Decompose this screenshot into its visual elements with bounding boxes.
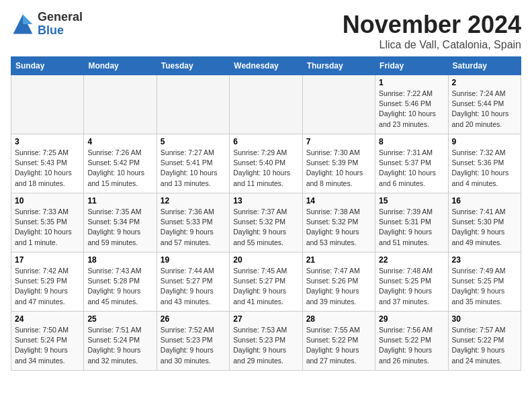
logo: General Blue xyxy=(11,11,83,38)
day-number: 2 xyxy=(452,78,517,87)
calendar-cell: 1Sunrise: 7:22 AMSunset: 5:46 PMDaylight… xyxy=(375,75,448,134)
day-info: Sunrise: 7:45 AMSunset: 5:27 PMDaylight:… xyxy=(233,266,298,307)
calendar-cell: 5Sunrise: 7:27 AMSunset: 5:41 PMDaylight… xyxy=(157,134,229,193)
calendar-week-row: 3Sunrise: 7:25 AMSunset: 5:43 PMDaylight… xyxy=(11,134,521,193)
day-number: 5 xyxy=(161,137,226,146)
calendar-cell: 17Sunrise: 7:42 AMSunset: 5:29 PMDayligh… xyxy=(11,253,84,312)
calendar-week-row: 17Sunrise: 7:42 AMSunset: 5:29 PMDayligh… xyxy=(11,253,521,312)
svg-marker-1 xyxy=(23,14,32,24)
day-number: 4 xyxy=(87,137,152,146)
calendar-cell: 13Sunrise: 7:37 AMSunset: 5:32 PMDayligh… xyxy=(230,193,302,253)
day-info: Sunrise: 7:57 AMSunset: 5:22 PMDaylight:… xyxy=(452,325,517,366)
day-number: 17 xyxy=(15,255,80,265)
day-info: Sunrise: 7:51 AMSunset: 5:24 PMDaylight:… xyxy=(87,325,152,366)
day-number: 22 xyxy=(379,255,444,265)
day-number: 20 xyxy=(233,255,298,265)
calendar-cell: 28Sunrise: 7:55 AMSunset: 5:22 PMDayligh… xyxy=(302,312,375,371)
calendar-cell: 4Sunrise: 7:26 AMSunset: 5:42 PMDaylight… xyxy=(84,134,157,193)
calendar-cell: 15Sunrise: 7:39 AMSunset: 5:31 PMDayligh… xyxy=(375,193,448,253)
day-number: 21 xyxy=(306,255,371,265)
calendar-cell: 19Sunrise: 7:44 AMSunset: 5:27 PMDayligh… xyxy=(157,253,229,312)
logo-icon xyxy=(11,12,35,36)
calendar-cell xyxy=(230,75,302,134)
day-number: 30 xyxy=(452,314,517,324)
day-info: Sunrise: 7:50 AMSunset: 5:24 PMDaylight:… xyxy=(15,325,80,366)
month-title: November 2024 xyxy=(343,11,521,39)
day-info: Sunrise: 7:44 AMSunset: 5:27 PMDaylight:… xyxy=(161,266,226,307)
calendar-cell: 10Sunrise: 7:33 AMSunset: 5:35 PMDayligh… xyxy=(11,193,84,253)
calendar-cell: 8Sunrise: 7:31 AMSunset: 5:37 PMDaylight… xyxy=(375,134,448,193)
page-header: General Blue November 2024 Llica de Vall… xyxy=(11,11,521,51)
calendar-header-row: SundayMondayTuesdayWednesdayThursdayFrid… xyxy=(11,57,521,75)
day-number: 12 xyxy=(161,196,226,205)
day-info: Sunrise: 7:31 AMSunset: 5:37 PMDaylight:… xyxy=(379,148,444,189)
calendar-day-header: Saturday xyxy=(448,57,521,75)
calendar-cell: 22Sunrise: 7:48 AMSunset: 5:25 PMDayligh… xyxy=(375,253,448,312)
day-number: 14 xyxy=(306,196,371,205)
calendar-cell xyxy=(157,75,229,134)
day-number: 9 xyxy=(452,137,517,146)
day-number: 23 xyxy=(452,255,517,265)
calendar-day-header: Wednesday xyxy=(230,57,302,75)
day-info: Sunrise: 7:55 AMSunset: 5:22 PMDaylight:… xyxy=(306,325,371,366)
day-info: Sunrise: 7:26 AMSunset: 5:42 PMDaylight:… xyxy=(87,148,152,189)
calendar-cell xyxy=(84,75,157,134)
calendar-cell: 20Sunrise: 7:45 AMSunset: 5:27 PMDayligh… xyxy=(230,253,302,312)
day-info: Sunrise: 7:32 AMSunset: 5:36 PMDaylight:… xyxy=(452,148,517,189)
calendar-cell: 30Sunrise: 7:57 AMSunset: 5:22 PMDayligh… xyxy=(448,312,521,371)
day-info: Sunrise: 7:39 AMSunset: 5:31 PMDaylight:… xyxy=(379,207,444,248)
day-number: 13 xyxy=(233,196,298,205)
day-number: 19 xyxy=(161,255,226,265)
day-info: Sunrise: 7:30 AMSunset: 5:39 PMDaylight:… xyxy=(306,148,371,189)
calendar-cell: 23Sunrise: 7:49 AMSunset: 5:25 PMDayligh… xyxy=(448,253,521,312)
day-number: 7 xyxy=(306,137,371,146)
day-info: Sunrise: 7:33 AMSunset: 5:35 PMDaylight:… xyxy=(15,207,80,248)
logo-text: General Blue xyxy=(38,11,83,38)
day-number: 27 xyxy=(233,314,298,324)
calendar-table: SundayMondayTuesdayWednesdayThursdayFrid… xyxy=(11,56,521,371)
calendar-week-row: 24Sunrise: 7:50 AMSunset: 5:24 PMDayligh… xyxy=(11,312,521,371)
day-number: 1 xyxy=(379,78,444,87)
day-number: 26 xyxy=(161,314,226,324)
calendar-cell xyxy=(302,75,375,134)
day-info: Sunrise: 7:25 AMSunset: 5:43 PMDaylight:… xyxy=(15,148,80,189)
day-number: 28 xyxy=(306,314,371,324)
day-info: Sunrise: 7:43 AMSunset: 5:28 PMDaylight:… xyxy=(87,266,152,307)
day-number: 11 xyxy=(87,196,152,205)
calendar-cell: 18Sunrise: 7:43 AMSunset: 5:28 PMDayligh… xyxy=(84,253,157,312)
calendar-body: 1Sunrise: 7:22 AMSunset: 5:46 PMDaylight… xyxy=(11,75,521,371)
day-number: 15 xyxy=(379,196,444,205)
day-number: 24 xyxy=(15,314,80,324)
calendar-cell: 2Sunrise: 7:24 AMSunset: 5:44 PMDaylight… xyxy=(448,75,521,134)
calendar-day-header: Monday xyxy=(84,57,157,75)
day-info: Sunrise: 7:47 AMSunset: 5:26 PMDaylight:… xyxy=(306,266,371,307)
calendar-week-row: 1Sunrise: 7:22 AMSunset: 5:46 PMDaylight… xyxy=(11,75,521,134)
calendar-cell xyxy=(11,75,84,134)
calendar-day-header: Tuesday xyxy=(157,57,229,75)
day-info: Sunrise: 7:36 AMSunset: 5:33 PMDaylight:… xyxy=(161,207,226,248)
day-number: 29 xyxy=(379,314,444,324)
day-info: Sunrise: 7:56 AMSunset: 5:22 PMDaylight:… xyxy=(379,325,444,366)
day-number: 16 xyxy=(452,196,517,205)
calendar-cell: 26Sunrise: 7:52 AMSunset: 5:23 PMDayligh… xyxy=(157,312,229,371)
calendar-cell: 9Sunrise: 7:32 AMSunset: 5:36 PMDaylight… xyxy=(448,134,521,193)
calendar-week-row: 10Sunrise: 7:33 AMSunset: 5:35 PMDayligh… xyxy=(11,193,521,253)
day-info: Sunrise: 7:37 AMSunset: 5:32 PMDaylight:… xyxy=(233,207,298,248)
day-number: 3 xyxy=(15,137,80,146)
location: Llica de Vall, Catalonia, Spain xyxy=(343,39,521,51)
day-info: Sunrise: 7:53 AMSunset: 5:23 PMDaylight:… xyxy=(233,325,298,366)
day-info: Sunrise: 7:38 AMSunset: 5:32 PMDaylight:… xyxy=(306,207,371,248)
day-info: Sunrise: 7:22 AMSunset: 5:46 PMDaylight:… xyxy=(379,89,444,130)
day-number: 10 xyxy=(15,196,80,205)
calendar-cell: 3Sunrise: 7:25 AMSunset: 5:43 PMDaylight… xyxy=(11,134,84,193)
day-info: Sunrise: 7:42 AMSunset: 5:29 PMDaylight:… xyxy=(15,266,80,307)
calendar-cell: 29Sunrise: 7:56 AMSunset: 5:22 PMDayligh… xyxy=(375,312,448,371)
calendar-cell: 12Sunrise: 7:36 AMSunset: 5:33 PMDayligh… xyxy=(157,193,229,253)
day-info: Sunrise: 7:29 AMSunset: 5:40 PMDaylight:… xyxy=(233,148,298,189)
title-area: November 2024 Llica de Vall, Catalonia, … xyxy=(343,11,521,51)
calendar-cell: 11Sunrise: 7:35 AMSunset: 5:34 PMDayligh… xyxy=(84,193,157,253)
day-info: Sunrise: 7:49 AMSunset: 5:25 PMDaylight:… xyxy=(452,266,517,307)
calendar-cell: 14Sunrise: 7:38 AMSunset: 5:32 PMDayligh… xyxy=(302,193,375,253)
calendar-cell: 6Sunrise: 7:29 AMSunset: 5:40 PMDaylight… xyxy=(230,134,302,193)
day-info: Sunrise: 7:27 AMSunset: 5:41 PMDaylight:… xyxy=(161,148,226,189)
